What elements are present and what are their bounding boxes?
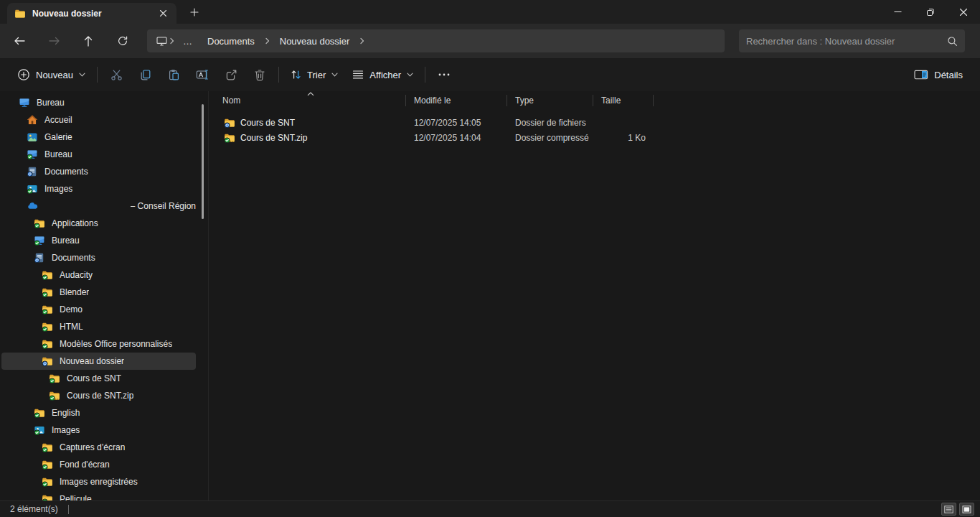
document-sync-icon — [34, 252, 45, 264]
folder-check-icon — [42, 269, 53, 281]
more-options-icon[interactable] — [430, 62, 458, 87]
copy-icon[interactable] — [131, 62, 159, 87]
toolbar-separator — [425, 67, 425, 83]
sidebar-item-images[interactable]: Images — [1, 180, 196, 197]
sidebar-item-label: English — [52, 408, 80, 418]
sidebar-item-demo[interactable]: Demo — [1, 301, 196, 318]
view-button[interactable]: Afficher — [345, 62, 420, 87]
sidebar-item-label: HTML — [60, 322, 83, 332]
column-headers: Nom Modifié le Type Taille — [209, 91, 980, 110]
sidebar-item-label: Documents — [44, 167, 88, 177]
folder-check-icon — [42, 442, 53, 453]
file-type-cell: Dossier de fichiers — [507, 118, 593, 128]
sidebar-item-accueil[interactable]: Accueil — [1, 111, 196, 129]
delete-icon[interactable] — [245, 62, 274, 87]
sidebar-scrollbar-thumb[interactable] — [202, 104, 204, 219]
close-icon[interactable] — [947, 0, 980, 24]
refresh-icon[interactable] — [110, 29, 135, 53]
sidebar-item-audacity[interactable]: Audacity — [1, 266, 196, 284]
sidebar-item-bureau[interactable]: Bureau — [1, 146, 196, 163]
paste-icon[interactable] — [159, 62, 188, 87]
search-box — [739, 29, 965, 52]
breadcrumb-ellipsis[interactable]: … — [176, 36, 199, 47]
folder-check-icon — [42, 476, 53, 488]
explorer-tab[interactable]: Nouveau dossier — [7, 3, 176, 24]
this-pc-icon[interactable] — [156, 35, 167, 47]
restore-icon[interactable] — [914, 0, 947, 24]
large-icons-view-icon[interactable] — [959, 503, 974, 516]
sidebar-item-label: Applications — [52, 218, 98, 228]
column-divider[interactable] — [507, 95, 507, 106]
column-header-type[interactable]: Type — [507, 91, 593, 110]
navigation-pane: BureauAccueilGalerieBureauDocumentsImage… — [0, 91, 209, 500]
search-icon[interactable] — [947, 36, 958, 47]
tab-title: Nouveau dossier — [32, 9, 102, 19]
column-header-taille[interactable]: Taille — [593, 91, 653, 110]
column-divider[interactable] — [653, 95, 654, 106]
sidebar-item-galerie[interactable]: Galerie — [1, 129, 196, 146]
sidebar-item-bureau[interactable]: Bureau — [1, 94, 196, 111]
sidebar-item-applications[interactable]: Applications — [1, 215, 196, 232]
chevron-down-icon — [331, 73, 338, 77]
nav-buttons — [7, 29, 135, 53]
file-row-cours-de-snt[interactable]: Cours de SNT12/07/2025 14:05Dossier de f… — [209, 115, 980, 130]
sidebar-item-cours-de-snt[interactable]: Cours de SNT — [1, 370, 196, 387]
search-input[interactable] — [746, 36, 947, 47]
folder-check-icon — [42, 321, 53, 332]
image-check-icon — [27, 183, 38, 195]
sort-button[interactable]: Trier — [283, 62, 345, 87]
view-toggles — [941, 503, 974, 516]
sidebar-item-cours-de-snt-zip[interactable]: Cours de SNT.zip — [1, 387, 196, 404]
sidebar-item-images-enregistrees[interactable]: Images enregistrées — [1, 473, 196, 490]
chevron-right-icon[interactable] — [167, 37, 176, 45]
new-button[interactable]: Nouveau — [10, 62, 93, 87]
toolbar-separator — [278, 67, 279, 83]
file-name-cell[interactable]: Cours de SNT.zip — [209, 132, 405, 144]
chevron-right-icon[interactable] — [357, 37, 367, 45]
up-icon[interactable] — [76, 29, 100, 53]
sidebar-item-conseil-region[interactable]: – Conseil Région — [1, 197, 196, 215]
share-icon[interactable] — [217, 62, 245, 87]
sidebar-item-modeles-office-personnalises[interactable]: Modèles Office personnalisés — [1, 335, 196, 353]
sidebar-item-documents[interactable]: Documents — [1, 163, 196, 180]
minimize-icon[interactable] — [881, 0, 914, 24]
breadcrumb-segment-nouveau-dossier[interactable]: Nouveau dossier — [272, 36, 358, 47]
column-divider[interactable] — [405, 95, 406, 106]
file-name-label: Cours de SNT.zip — [240, 133, 307, 143]
details-view-icon[interactable] — [941, 503, 956, 516]
rename-icon[interactable] — [188, 62, 217, 87]
sidebar-item-html[interactable]: HTML — [1, 318, 196, 335]
sidebar-item-captures-d-ecran[interactable]: Captures d’écran — [1, 439, 196, 456]
sidebar-item-label: Blender — [60, 287, 89, 297]
sidebar-item-images[interactable]: Images — [1, 421, 196, 439]
sidebar-item-fond-d-ecran[interactable]: Fond d'écran — [1, 456, 196, 473]
file-name-cell[interactable]: Cours de SNT — [209, 117, 405, 129]
sidebar-item-label: Accueil — [44, 115, 72, 125]
cut-icon[interactable] — [102, 62, 131, 87]
new-tab-button[interactable] — [185, 4, 204, 20]
sidebar-item-documents[interactable]: Documents — [1, 249, 196, 266]
details-pane-button[interactable]: Détails — [907, 62, 970, 87]
address-bar[interactable]: … Documents Nouveau dossier — [147, 29, 725, 52]
back-icon[interactable] — [7, 29, 32, 53]
sidebar-item-bureau[interactable]: Bureau — [1, 232, 196, 249]
breadcrumb-segment-documents[interactable]: Documents — [199, 36, 263, 47]
sidebar-tree: BureauAccueilGalerieBureauDocumentsImage… — [0, 94, 208, 500]
cloud-icon — [27, 200, 38, 212]
file-row-cours-de-snt-zip[interactable]: Cours de SNT.zip12/07/2025 14:04Dossier … — [209, 130, 980, 145]
sidebar-item-english[interactable]: English — [1, 404, 196, 421]
sidebar-item-pellicule[interactable]: Pellicule — [1, 490, 196, 500]
column-header-modifie[interactable]: Modifié le — [405, 91, 507, 110]
column-divider[interactable] — [593, 95, 593, 106]
folder-check-icon — [42, 338, 53, 350]
sidebar-item-blender[interactable]: Blender — [1, 284, 196, 301]
tab-close-icon[interactable] — [155, 6, 171, 22]
zip-check-icon — [49, 390, 60, 401]
sidebar-item-label: Audacity — [60, 270, 93, 280]
chevron-right-icon[interactable] — [263, 37, 272, 45]
file-rows: Cours de SNT12/07/2025 14:05Dossier de f… — [209, 110, 980, 145]
sidebar-item-nouveau-dossier[interactable]: Nouveau dossier — [1, 353, 196, 370]
forward-icon[interactable] — [42, 29, 66, 53]
sidebar-item-label: Bureau — [52, 236, 80, 246]
sidebar-item-label: Images — [44, 184, 72, 194]
